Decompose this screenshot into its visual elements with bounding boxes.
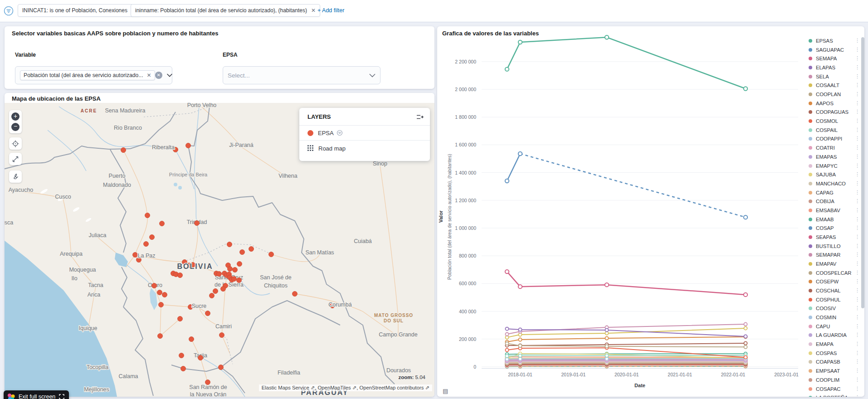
chart-marker[interactable] — [744, 335, 747, 338]
epsa-map-dot[interactable] — [145, 213, 150, 218]
epsa-map-dot[interactable] — [152, 283, 157, 288]
epsa-map-dot[interactable] — [228, 267, 233, 272]
epsa-map-dot[interactable] — [217, 272, 222, 277]
filter-pill-ininname[interactable]: ininname: Población total (del área de s… — [131, 4, 320, 17]
chart-marker[interactable] — [505, 336, 508, 339]
legend-item-COOPLAN[interactable]: COOPLAN — [809, 90, 861, 99]
epsa-map-dot[interactable] — [221, 287, 226, 292]
locate-button[interactable] — [9, 137, 22, 150]
chart-marker[interactable] — [505, 67, 509, 71]
chart-marker[interactable] — [744, 215, 747, 219]
legend-item-menu-icon[interactable]: ⋮ — [855, 278, 859, 284]
legend-item-menu-icon[interactable]: ⋮ — [855, 297, 859, 302]
legend-item-COSCHAL[interactable]: COSCHAL — [809, 286, 861, 295]
epsa-select[interactable]: Select... — [223, 66, 380, 84]
legend-item-EMAPYC[interactable]: EMAPYC — [809, 161, 861, 170]
chart-marker[interactable] — [518, 338, 522, 341]
legend-item-COSPHUL[interactable]: COSPHUL — [809, 295, 861, 304]
chart-marker[interactable] — [605, 283, 609, 287]
legend-item-menu-icon[interactable]: ⋮ — [855, 332, 859, 338]
legend-item-COSEPW[interactable]: COSEPW — [809, 277, 861, 286]
legend-item-menu-icon[interactable]: ⋮ — [855, 323, 859, 329]
legend-item-EMAPAV[interactable]: EMAPAV — [809, 259, 861, 268]
chart-marker[interactable] — [518, 152, 522, 156]
zoom-out-button[interactable]: − — [11, 123, 20, 131]
legend-item-COSPAIL[interactable]: COSPAIL — [809, 126, 861, 135]
chart-marker[interactable] — [605, 35, 609, 39]
chart-marker[interactable] — [605, 336, 608, 340]
epsa-map-dot[interactable] — [205, 311, 210, 316]
chart-marker[interactable] — [505, 348, 508, 351]
chart-marker[interactable] — [518, 357, 522, 360]
legend-item-menu-icon[interactable]: ⋮ — [855, 82, 859, 88]
chart-marker[interactable] — [605, 357, 608, 360]
epsa-map-dot[interactable] — [195, 221, 200, 226]
epsa-map-dot[interactable] — [210, 293, 215, 298]
layer-row-roadmap[interactable]: Road map — [299, 141, 430, 156]
legend-item-menu-icon[interactable]: ⋮ — [855, 180, 859, 186]
legend-item-menu-icon[interactable]: ⋮ — [855, 287, 859, 293]
chart-marker[interactable] — [505, 355, 508, 358]
legend-item-menu-icon[interactable]: ⋮ — [855, 64, 859, 70]
legend-item-COOSIV[interactable]: COOSIV — [809, 304, 861, 313]
legend-item-SEMAPAR[interactable]: SEMAPAR — [809, 250, 861, 259]
epsa-map-dot[interactable] — [144, 242, 149, 247]
epsa-map-dot[interactable] — [227, 242, 232, 247]
legend-item-ELAPAS[interactable]: ELAPAS — [809, 63, 861, 72]
legend-item-SELA[interactable]: SELA — [809, 72, 861, 81]
legend-item-CAPU[interactable]: CAPU — [809, 322, 861, 331]
clear-variable-icon[interactable]: ✕ — [155, 72, 162, 79]
legend-item-EMAAB[interactable]: EMAAB — [809, 215, 861, 224]
epsa-map-dot[interactable] — [178, 316, 183, 321]
legend-item-menu-icon[interactable]: ⋮ — [855, 118, 859, 124]
legend-item-COOPAGUAS[interactable]: COOPAGUAS — [809, 107, 861, 117]
legend-toggle-icon[interactable]: ▤ — [443, 388, 448, 394]
tools-button[interactable] — [9, 170, 22, 183]
legend-item-EMAPAS[interactable]: EMAPAS — [809, 152, 861, 161]
legend-item-menu-icon[interactable]: ⋮ — [855, 216, 859, 222]
chart-marker[interactable] — [518, 333, 522, 336]
epsa-map-dot[interactable] — [133, 253, 138, 258]
legend-item-EPSAS[interactable]: EPSAS — [809, 36, 861, 45]
epsa-map-dot[interactable] — [233, 268, 238, 272]
remove-variable-icon[interactable]: ✕ — [147, 72, 151, 78]
legend-item-menu-icon[interactable]: ⋮ — [855, 314, 859, 320]
legend-item-menu-icon[interactable]: ⋮ — [855, 243, 859, 249]
epsa-map-dot[interactable] — [240, 250, 245, 255]
epsa-map-dot[interactable] — [186, 143, 191, 148]
chart-marker[interactable] — [744, 355, 747, 359]
legend-item-MANCHACO[interactable]: MANCHACO — [809, 179, 861, 188]
chart-marker[interactable] — [744, 341, 747, 345]
chart-marker[interactable] — [744, 326, 747, 330]
legend-item-menu-icon[interactable]: ⋮ — [855, 136, 859, 141]
epsa-map-dot[interactable] — [219, 365, 224, 370]
remove-filter-icon[interactable]: ✕ — [311, 7, 316, 14]
legend-item-menu-icon[interactable]: ⋮ — [855, 234, 859, 240]
legend-item-menu-icon[interactable]: ⋮ — [855, 207, 859, 213]
filter-set-icon[interactable] — [4, 6, 14, 16]
legend-item-BUSTILLO[interactable]: BUSTILLO — [809, 242, 861, 251]
legend-item-menu-icon[interactable]: ⋮ — [855, 109, 859, 115]
epsa-map-dot[interactable] — [178, 273, 183, 278]
legend-item-menu-icon[interactable]: ⋮ — [855, 377, 859, 383]
legend-item-menu-icon[interactable]: ⋮ — [855, 270, 859, 276]
legend-item-menu-icon[interactable]: ⋮ — [855, 190, 859, 195]
epsa-map-dot[interactable] — [189, 337, 194, 342]
variable-combobox[interactable]: Población total (del área de servicio au… — [15, 66, 172, 84]
chart-marker[interactable] — [605, 331, 608, 335]
legend-item-SAGUAPAC[interactable]: SAGUAPAC — [809, 45, 861, 54]
epsa-map-dot[interactable] — [150, 235, 155, 240]
fit-data-button[interactable] — [9, 153, 22, 165]
epsa-map-dot[interactable] — [249, 247, 254, 252]
chart-marker[interactable] — [505, 332, 508, 336]
map-attribution[interactable]: Elastic Maps Service ⇗, OpenMapTiles ⇗, … — [259, 384, 432, 391]
legend-item-COSAPAC[interactable]: COSAPAC — [809, 384, 861, 394]
epsa-map-dot[interactable] — [160, 221, 165, 226]
legend-item-menu-icon[interactable]: ⋮ — [855, 350, 859, 356]
chart-marker[interactable] — [744, 345, 747, 349]
epsa-map-dot[interactable] — [158, 334, 163, 339]
legend-item-menu-icon[interactable]: ⋮ — [855, 100, 859, 106]
legend-item-menu-icon[interactable]: ⋮ — [855, 38, 859, 44]
chart-marker[interactable] — [518, 328, 522, 331]
add-filter-button[interactable]: + Add filter — [317, 7, 344, 14]
